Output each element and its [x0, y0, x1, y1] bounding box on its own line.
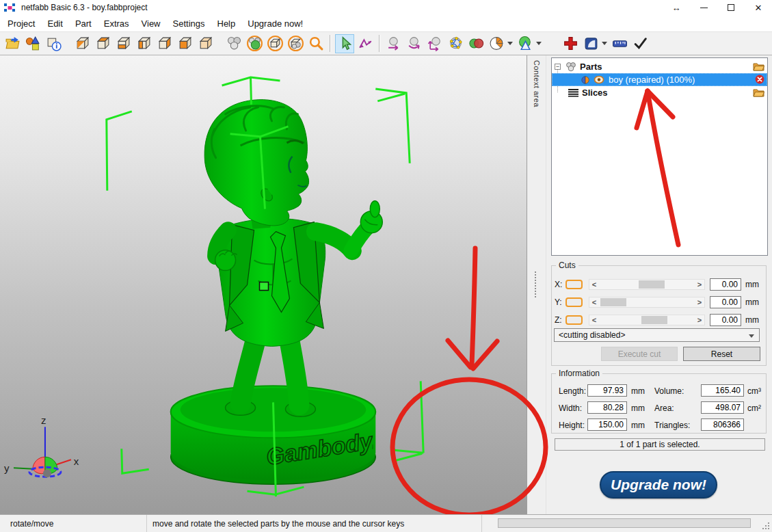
window-close-button[interactable]: ✕ — [745, 0, 772, 15]
menu-extras[interactable]: Extras — [98, 16, 135, 31]
support-menu-icon[interactable] — [516, 34, 535, 53]
tree-node-slices[interactable]: Slices — [552, 86, 767, 99]
execute-cut-button[interactable]: Execute cut — [601, 347, 678, 361]
visibility-eye-icon[interactable] — [594, 75, 604, 84]
context-area-label: Context area — [533, 60, 541, 107]
volume-label: Volume: — [654, 386, 684, 396]
parts-tree: − Parts boy (repaired) (100%) — [551, 57, 768, 256]
repair-part-icon[interactable] — [561, 34, 580, 53]
menu-part[interactable]: Part — [69, 16, 98, 31]
analysis-menu-caret[interactable] — [507, 42, 513, 45]
apply-check-icon[interactable] — [630, 34, 650, 53]
cut-x-label: X: — [555, 280, 565, 289]
cut-z-toggle[interactable] — [565, 315, 583, 325]
resize-grip[interactable] — [762, 522, 769, 529]
width-value[interactable] — [587, 401, 627, 414]
cut-z-value-input[interactable] — [710, 314, 741, 326]
tree-expander-icon[interactable]: − — [555, 64, 561, 70]
context-area-strip[interactable]: Context area — [527, 55, 546, 514]
support-menu-caret[interactable] — [536, 42, 542, 45]
parts-group-icon — [565, 62, 576, 72]
view-cube-bottom-icon[interactable] — [114, 34, 133, 53]
view-cube-left-icon[interactable] — [134, 34, 153, 53]
new-analysis-menu-icon[interactable] — [581, 34, 600, 53]
show-selected-part-icon[interactable] — [245, 34, 264, 53]
splitter-grip[interactable] — [535, 271, 536, 297]
status-mode: rotate/move — [0, 515, 147, 532]
part-sphere-icon — [581, 75, 590, 85]
menu-settings[interactable]: Settings — [167, 16, 211, 31]
slider-right-arrow[interactable]: > — [695, 315, 704, 325]
cut-y-unit: mm — [745, 297, 759, 307]
add-primitive-part-icon[interactable] — [23, 34, 42, 53]
cut-z-slider-thumb[interactable] — [641, 316, 667, 324]
measure-tool-icon[interactable] — [610, 34, 629, 53]
analysis-menu-icon[interactable] — [487, 34, 506, 53]
cuts-title: Cuts — [556, 261, 578, 270]
slices-load-folder-icon[interactable] — [753, 88, 764, 99]
cut-y-value-input[interactable] — [710, 296, 741, 308]
menu-help[interactable]: Help — [211, 16, 242, 31]
slider-left-arrow[interactable]: < — [589, 297, 599, 307]
cut-x-slider-thumb[interactable] — [639, 280, 665, 289]
cut-y-slider[interactable]: < > — [589, 297, 705, 308]
selection-handle — [259, 282, 268, 291]
move-part-icon[interactable] — [384, 34, 403, 53]
cut-y-slider-thumb[interactable] — [600, 298, 626, 306]
slider-left-arrow[interactable]: < — [589, 280, 599, 289]
viewport-3d[interactable]: Gambody.c — [0, 55, 527, 514]
zoom-tool-icon[interactable] — [306, 34, 325, 53]
new-analysis-menu-caret[interactable] — [602, 42, 607, 45]
menu-upgrade-now[interactable]: Upgrade now! — [241, 16, 309, 31]
slider-right-arrow[interactable]: > — [695, 280, 704, 289]
remove-part-icon[interactable] — [755, 75, 764, 86]
parts-load-folder-icon[interactable] — [753, 62, 764, 73]
menu-project[interactable]: Project — [1, 16, 41, 31]
information-group: Information Length: mm Volume: cm³ Width… — [551, 369, 767, 434]
view-cube-corner-icon[interactable] — [155, 34, 174, 53]
rotate-part-icon[interactable] — [405, 34, 424, 53]
triangles-value[interactable] — [701, 418, 744, 431]
slider-left-arrow[interactable]: < — [589, 315, 599, 325]
scale-part-icon[interactable] — [425, 34, 444, 53]
part-info-icon[interactable] — [44, 34, 63, 53]
menu-edit[interactable]: Edit — [41, 16, 68, 31]
view-cube-all-icon[interactable] — [196, 34, 215, 53]
cut-x-toggle[interactable] — [565, 280, 583, 289]
edit-mesh-icon[interactable] — [446, 34, 465, 53]
view-cube-top-icon[interactable] — [93, 34, 112, 53]
tree-node-boy-selected[interactable]: boy (repaired) (100%) — [552, 73, 767, 86]
window-maximize-button[interactable] — [717, 0, 745, 15]
cut-z-slider[interactable]: < > — [589, 315, 705, 325]
upgrade-now-button[interactable]: Upgrade now! — [600, 471, 717, 498]
cut-y-toggle[interactable] — [565, 297, 583, 307]
volume-value[interactable] — [701, 384, 744, 397]
height-value[interactable] — [587, 418, 627, 431]
show-all-parts-icon[interactable] — [224, 34, 243, 53]
window-minimize-button[interactable] — [690, 0, 717, 15]
selection-status-bar: 1 of 1 part is selected. — [555, 438, 765, 451]
cutting-mode-dropdown[interactable]: <cutting disabled> — [554, 328, 760, 342]
view-cube-front-icon[interactable] — [175, 34, 194, 53]
length-value[interactable] — [587, 384, 627, 397]
cut-x-slider[interactable]: < > — [589, 279, 705, 290]
cut-row-y: Y: < > mm — [555, 296, 759, 308]
slider-right-arrow[interactable]: > — [695, 297, 704, 307]
reset-button[interactable]: Reset — [683, 347, 760, 361]
menu-view[interactable]: View — [135, 16, 167, 31]
area-value[interactable] — [701, 401, 744, 414]
compare-parts-icon[interactable] — [466, 34, 485, 53]
show-bounding-box-icon[interactable] — [265, 34, 284, 53]
cut-y-label: Y: — [555, 297, 565, 307]
area-label: Area: — [654, 403, 674, 413]
show-parts-in-box-icon[interactable] — [286, 34, 305, 53]
window-resize-button[interactable]: ↔ — [663, 0, 690, 15]
rotate-view-tool-icon[interactable] — [356, 34, 375, 53]
view-cube-diagonal-icon[interactable] — [72, 34, 92, 53]
open-project-icon[interactable] — [3, 34, 22, 53]
select-tool-icon[interactable] — [335, 34, 354, 53]
part-item-label: boy (repaired) (100%) — [609, 75, 695, 85]
tree-node-parts[interactable]: − Parts — [552, 60, 767, 73]
status-hint: move and rotate the selected parts by th… — [147, 515, 482, 532]
cut-x-value-input[interactable] — [710, 278, 741, 291]
